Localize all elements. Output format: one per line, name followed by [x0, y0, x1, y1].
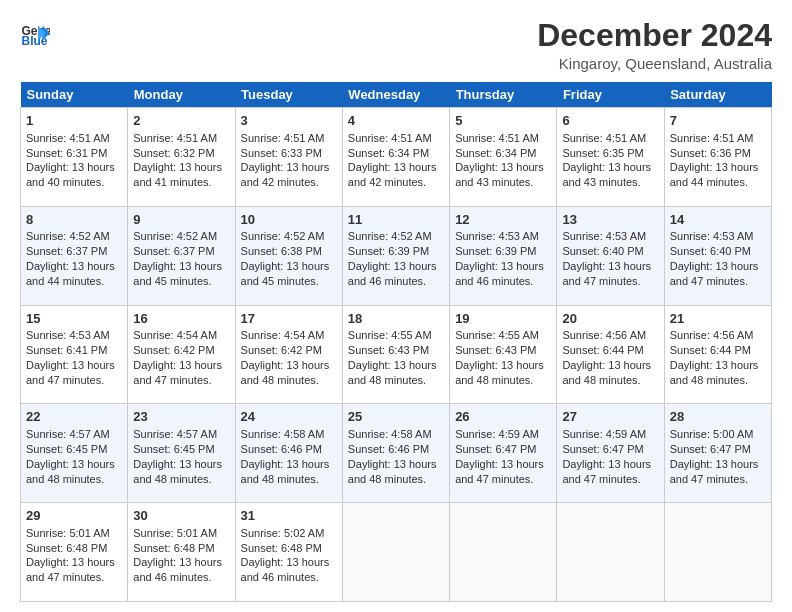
calendar-cell: 17Sunrise: 4:54 AMSunset: 6:42 PMDayligh…: [235, 305, 342, 404]
cell-detail: and 42 minutes.: [241, 175, 337, 190]
day-number: 30: [133, 507, 229, 525]
cell-detail: Daylight: 13 hours: [26, 555, 122, 570]
cell-detail: Sunrise: 4:52 AM: [133, 229, 229, 244]
cell-detail: Daylight: 13 hours: [241, 457, 337, 472]
cell-detail: Sunrise: 4:57 AM: [133, 427, 229, 442]
cell-detail: Sunrise: 4:53 AM: [670, 229, 766, 244]
day-number: 1: [26, 112, 122, 130]
cell-detail: Sunset: 6:43 PM: [348, 343, 444, 358]
cell-detail: and 47 minutes.: [562, 472, 658, 487]
cell-detail: Daylight: 13 hours: [241, 259, 337, 274]
calendar-cell: 2Sunrise: 4:51 AMSunset: 6:32 PMDaylight…: [128, 108, 235, 207]
calendar-cell: 29Sunrise: 5:01 AMSunset: 6:48 PMDayligh…: [21, 503, 128, 602]
cell-detail: Sunset: 6:37 PM: [133, 244, 229, 259]
cell-detail: Daylight: 13 hours: [133, 259, 229, 274]
cell-detail: Sunrise: 5:01 AM: [26, 526, 122, 541]
cell-detail: Sunset: 6:31 PM: [26, 146, 122, 161]
cell-detail: Sunrise: 4:54 AM: [241, 328, 337, 343]
cell-detail: Sunset: 6:45 PM: [133, 442, 229, 457]
cell-detail: Sunset: 6:33 PM: [241, 146, 337, 161]
cell-detail: Sunrise: 4:51 AM: [241, 131, 337, 146]
day-number: 9: [133, 211, 229, 229]
calendar-cell: 23Sunrise: 4:57 AMSunset: 6:45 PMDayligh…: [128, 404, 235, 503]
cell-detail: Daylight: 13 hours: [562, 160, 658, 175]
calendar-cell: 10Sunrise: 4:52 AMSunset: 6:38 PMDayligh…: [235, 206, 342, 305]
main-title: December 2024: [537, 18, 772, 53]
cell-detail: Sunrise: 4:51 AM: [26, 131, 122, 146]
cell-detail: and 44 minutes.: [670, 175, 766, 190]
cell-detail: Daylight: 13 hours: [348, 358, 444, 373]
cell-detail: Sunset: 6:48 PM: [133, 541, 229, 556]
cell-detail: and 47 minutes.: [133, 373, 229, 388]
cell-detail: and 46 minutes.: [455, 274, 551, 289]
cell-detail: Sunrise: 4:55 AM: [348, 328, 444, 343]
cell-detail: Daylight: 13 hours: [133, 358, 229, 373]
cell-detail: Sunrise: 4:54 AM: [133, 328, 229, 343]
cell-detail: Daylight: 13 hours: [455, 358, 551, 373]
cell-detail: Sunrise: 5:01 AM: [133, 526, 229, 541]
calendar-cell: 9Sunrise: 4:52 AMSunset: 6:37 PMDaylight…: [128, 206, 235, 305]
calendar-cell: 15Sunrise: 4:53 AMSunset: 6:41 PMDayligh…: [21, 305, 128, 404]
cell-detail: Sunset: 6:42 PM: [133, 343, 229, 358]
cell-detail: and 46 minutes.: [241, 570, 337, 585]
title-block: December 2024 Kingaroy, Queensland, Aust…: [537, 18, 772, 72]
cell-detail: Sunset: 6:40 PM: [670, 244, 766, 259]
calendar-cell: 28Sunrise: 5:00 AMSunset: 6:47 PMDayligh…: [664, 404, 771, 503]
calendar-cell: 12Sunrise: 4:53 AMSunset: 6:39 PMDayligh…: [450, 206, 557, 305]
cell-detail: and 48 minutes.: [241, 472, 337, 487]
cell-detail: Sunrise: 4:51 AM: [348, 131, 444, 146]
day-number: 2: [133, 112, 229, 130]
cell-detail: Sunrise: 4:52 AM: [26, 229, 122, 244]
day-number: 10: [241, 211, 337, 229]
week-row-5: 29Sunrise: 5:01 AMSunset: 6:48 PMDayligh…: [21, 503, 772, 602]
calendar-cell: 22Sunrise: 4:57 AMSunset: 6:45 PMDayligh…: [21, 404, 128, 503]
cell-detail: Daylight: 13 hours: [241, 358, 337, 373]
cell-detail: Sunset: 6:44 PM: [670, 343, 766, 358]
cell-detail: Daylight: 13 hours: [241, 160, 337, 175]
day-number: 8: [26, 211, 122, 229]
cell-detail: and 48 minutes.: [241, 373, 337, 388]
cell-detail: Sunset: 6:32 PM: [133, 146, 229, 161]
cell-detail: and 46 minutes.: [348, 274, 444, 289]
calendar-cell: 24Sunrise: 4:58 AMSunset: 6:46 PMDayligh…: [235, 404, 342, 503]
cell-detail: and 46 minutes.: [133, 570, 229, 585]
day-number: 29: [26, 507, 122, 525]
cell-detail: Sunrise: 4:58 AM: [348, 427, 444, 442]
day-number: 27: [562, 408, 658, 426]
cell-detail: Daylight: 13 hours: [670, 259, 766, 274]
cell-detail: Daylight: 13 hours: [562, 259, 658, 274]
cell-detail: Sunrise: 4:53 AM: [26, 328, 122, 343]
day-number: 7: [670, 112, 766, 130]
col-header-wednesday: Wednesday: [342, 82, 449, 108]
cell-detail: Daylight: 13 hours: [26, 160, 122, 175]
cell-detail: Sunset: 6:47 PM: [670, 442, 766, 457]
day-number: 3: [241, 112, 337, 130]
cell-detail: Daylight: 13 hours: [133, 457, 229, 472]
cell-detail: and 42 minutes.: [348, 175, 444, 190]
day-number: 20: [562, 310, 658, 328]
calendar-cell: 27Sunrise: 4:59 AMSunset: 6:47 PMDayligh…: [557, 404, 664, 503]
day-number: 26: [455, 408, 551, 426]
cell-detail: Daylight: 13 hours: [670, 358, 766, 373]
cell-detail: Sunset: 6:44 PM: [562, 343, 658, 358]
day-number: 11: [348, 211, 444, 229]
cell-detail: Sunrise: 4:56 AM: [670, 328, 766, 343]
cell-detail: Daylight: 13 hours: [348, 160, 444, 175]
calendar-cell: 7Sunrise: 4:51 AMSunset: 6:36 PMDaylight…: [664, 108, 771, 207]
cell-detail: Sunset: 6:34 PM: [455, 146, 551, 161]
cell-detail: Sunset: 6:48 PM: [26, 541, 122, 556]
day-number: 21: [670, 310, 766, 328]
cell-detail: Sunset: 6:48 PM: [241, 541, 337, 556]
header-row: SundayMondayTuesdayWednesdayThursdayFrid…: [21, 82, 772, 108]
day-number: 22: [26, 408, 122, 426]
cell-detail: Daylight: 13 hours: [348, 457, 444, 472]
week-row-4: 22Sunrise: 4:57 AMSunset: 6:45 PMDayligh…: [21, 404, 772, 503]
cell-detail: and 45 minutes.: [241, 274, 337, 289]
col-header-sunday: Sunday: [21, 82, 128, 108]
cell-detail: and 47 minutes.: [26, 373, 122, 388]
cell-detail: and 48 minutes.: [26, 472, 122, 487]
calendar-table: SundayMondayTuesdayWednesdayThursdayFrid…: [20, 82, 772, 602]
cell-detail: Sunset: 6:38 PM: [241, 244, 337, 259]
cell-detail: Sunrise: 5:02 AM: [241, 526, 337, 541]
cell-detail: and 40 minutes.: [26, 175, 122, 190]
